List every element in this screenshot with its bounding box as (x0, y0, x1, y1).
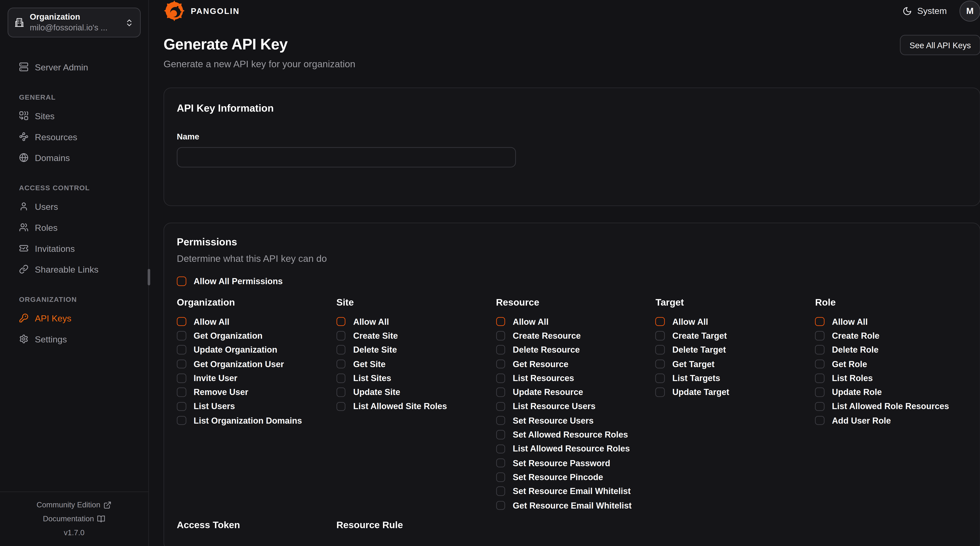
permission-label[interactable]: Set Resource Pincode (513, 473, 603, 482)
sidebar-item-sites[interactable]: Sites (8, 105, 141, 126)
permission-label[interactable]: Get Resource (513, 359, 568, 369)
user-avatar[interactable]: M (959, 0, 980, 21)
permission-label[interactable]: Create Site (353, 331, 398, 341)
permission-label[interactable]: Delete Target (672, 345, 726, 355)
permission-label[interactable]: Allow All (194, 317, 229, 327)
checkbox-resource-allow-all[interactable] (496, 317, 505, 326)
permission-label[interactable]: List Roles (832, 374, 873, 383)
permission-label[interactable]: Update Resource (513, 388, 583, 397)
permission-label[interactable]: Remove User (194, 388, 248, 397)
checkbox-site-list-sites[interactable] (336, 374, 345, 383)
permission-label[interactable]: Get Site (353, 359, 385, 369)
checkbox-role-list-allowed-role-resources[interactable] (815, 402, 824, 411)
permission-label[interactable]: List Sites (353, 374, 391, 383)
checkbox-organization-list-users[interactable] (177, 402, 186, 411)
checkbox-site-allow-all[interactable] (336, 317, 345, 326)
permission-label[interactable]: List Resources (513, 374, 574, 383)
permission-label[interactable]: Get Resource Email Whitelist (513, 501, 632, 510)
checkbox-resource-create-resource[interactable] (496, 331, 505, 340)
sidebar-item-server-admin[interactable]: Server Admin (8, 56, 141, 77)
permission-label[interactable]: Set Resource Users (513, 416, 594, 425)
allow-all-permissions-label[interactable]: Allow All Permissions (194, 276, 283, 286)
checkbox-resource-get-resource[interactable] (496, 359, 505, 369)
permission-label[interactable]: Create Target (672, 331, 727, 341)
permission-label[interactable]: Invite User (194, 374, 237, 383)
permission-label[interactable]: List Allowed Resource Roles (513, 444, 630, 453)
permission-label[interactable]: Create Resource (513, 331, 581, 341)
checkbox-role-list-roles[interactable] (815, 374, 824, 383)
checkbox-resource-list-resources[interactable] (496, 374, 505, 383)
checkbox-target-delete-target[interactable] (655, 345, 665, 354)
documentation-link[interactable]: Documentation (0, 512, 148, 525)
theme-toggle[interactable]: System (902, 6, 947, 16)
permission-label[interactable]: Get Organization (194, 331, 262, 341)
sidebar-item-api-keys[interactable]: API Keys (8, 308, 141, 329)
checkbox-resource-set-resource-password[interactable] (496, 458, 505, 468)
brand-home-link[interactable]: PANGOLIN (164, 0, 240, 22)
checkbox-site-update-site[interactable] (336, 388, 345, 397)
checkbox-target-update-target[interactable] (655, 388, 665, 397)
permission-label[interactable]: Delete Resource (513, 345, 580, 355)
checkbox-site-create-site[interactable] (336, 331, 345, 340)
sidebar-item-settings[interactable]: Settings (8, 329, 141, 350)
sidebar-item-invitations[interactable]: Invitations (8, 238, 141, 259)
checkbox-organization-invite-user[interactable] (177, 374, 186, 383)
sidebar-item-roles[interactable]: Roles (8, 217, 141, 238)
sidebar-item-users[interactable]: Users (8, 196, 141, 217)
checkbox-target-allow-all[interactable] (655, 317, 665, 326)
checkbox-organization-update-organization[interactable] (177, 345, 186, 354)
checkbox-organization-allow-all[interactable] (177, 317, 186, 326)
checkbox-site-list-allowed-site-roles[interactable] (336, 402, 345, 411)
checkbox-target-create-target[interactable] (655, 331, 665, 340)
permission-label[interactable]: Set Resource Email Whitelist (513, 487, 631, 496)
checkbox-role-add-user-role[interactable] (815, 416, 824, 425)
permission-label[interactable]: List Allowed Role Resources (832, 402, 949, 411)
permission-label[interactable]: List Allowed Site Roles (353, 402, 447, 411)
checkbox-site-delete-site[interactable] (336, 345, 345, 354)
checkbox-organization-remove-user[interactable] (177, 388, 186, 397)
checkbox-resource-get-resource-email-whitelist[interactable] (496, 501, 505, 510)
checkbox-resource-set-resource-users[interactable] (496, 416, 505, 425)
sidebar-item-resources[interactable]: Resources (8, 126, 141, 147)
checkbox-organization-get-organization-user[interactable] (177, 359, 186, 369)
permission-label[interactable]: Delete Site (353, 345, 397, 355)
permission-label[interactable]: Add User Role (832, 416, 891, 425)
allow-all-permissions-checkbox[interactable] (177, 277, 186, 286)
permission-label[interactable]: Update Site (353, 388, 400, 397)
permission-label[interactable]: Create Role (832, 331, 880, 341)
checkbox-resource-delete-resource[interactable] (496, 345, 505, 354)
checkbox-role-delete-role[interactable] (815, 345, 824, 354)
sidebar-scrollbar-thumb[interactable] (147, 269, 150, 285)
checkbox-role-allow-all[interactable] (815, 317, 824, 326)
org-picker[interactable]: Organization milo@fossorial.io's ... (8, 8, 141, 37)
permission-label[interactable]: List Users (194, 402, 235, 411)
permission-label[interactable]: List Resource Users (513, 402, 595, 411)
see-all-api-keys-button[interactable]: See All API Keys (900, 35, 980, 55)
sidebar-item-domains[interactable]: Domains (8, 147, 141, 168)
checkbox-role-update-role[interactable] (815, 388, 824, 397)
permission-label[interactable]: Allow All (832, 317, 868, 327)
permission-label[interactable]: Delete Role (832, 345, 878, 355)
permission-label[interactable]: Allow All (672, 317, 708, 327)
checkbox-resource-set-allowed-resource-roles[interactable] (496, 430, 505, 439)
permission-label[interactable]: Allow All (353, 317, 389, 327)
permission-label[interactable]: Get Role (832, 359, 867, 369)
community-edition-link[interactable]: Community Edition (0, 498, 148, 512)
checkbox-resource-update-resource[interactable] (496, 388, 505, 397)
checkbox-target-get-target[interactable] (655, 359, 665, 369)
permission-label[interactable]: Get Organization User (194, 359, 284, 369)
permission-label[interactable]: Update Organization (194, 345, 277, 355)
checkbox-resource-list-allowed-resource-roles[interactable] (496, 444, 505, 453)
permission-label[interactable]: List Organization Domains (194, 416, 302, 425)
permission-label[interactable]: List Targets (672, 374, 720, 383)
permission-label[interactable]: Get Target (672, 359, 714, 369)
api-key-name-input[interactable] (177, 147, 516, 167)
permission-label[interactable]: Set Allowed Resource Roles (513, 430, 628, 439)
checkbox-role-get-role[interactable] (815, 359, 824, 369)
checkbox-resource-list-resource-users[interactable] (496, 402, 505, 411)
checkbox-site-get-site[interactable] (336, 359, 345, 369)
checkbox-target-list-targets[interactable] (655, 374, 665, 383)
permission-label[interactable]: Update Role (832, 388, 882, 397)
sidebar-item-shareable-links[interactable]: Shareable Links (8, 259, 141, 280)
checkbox-role-create-role[interactable] (815, 331, 824, 340)
